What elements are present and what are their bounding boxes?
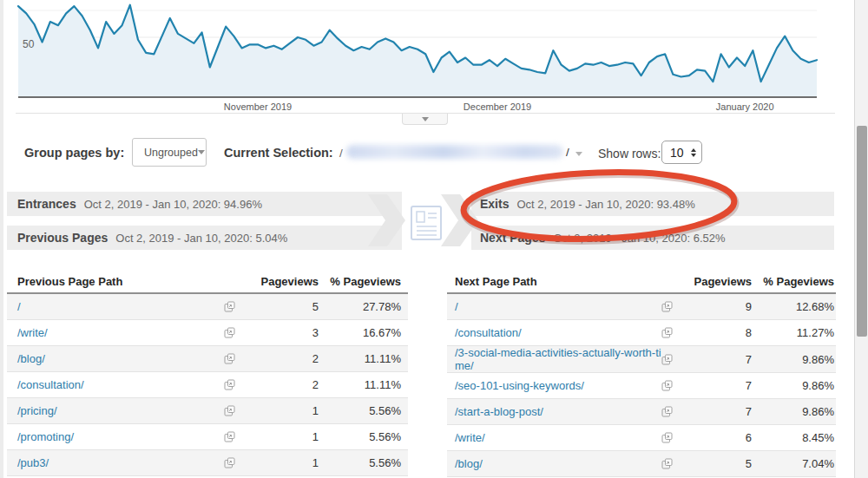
next-pages-value: Oct 2, 2019 - Jan 10, 2020: 6.52%	[553, 232, 725, 245]
pct-pageviews-value: 12.68%	[752, 300, 834, 313]
pageviews-value: 1	[260, 404, 319, 417]
next-pages-label: Next Pages	[480, 231, 545, 245]
x-axis-month-label: November 2019	[224, 101, 292, 112]
pageviews-value: 7	[693, 353, 752, 366]
page-path-link[interactable]: /blog/	[17, 352, 45, 365]
pageviews-column-header[interactable]: Pageviews	[674, 275, 752, 288]
chart-collapse-tab[interactable]	[402, 114, 448, 125]
goto-page-icon[interactable]	[224, 431, 243, 442]
current-selection-label: Current Selection:	[224, 146, 333, 160]
chevron-down-icon	[198, 150, 205, 154]
pct-pageviews-value: 8.45%	[752, 431, 834, 444]
page-path-link[interactable]: /write/	[455, 431, 485, 444]
page-path-link[interactable]: /seo-101-using-keywords/	[455, 379, 584, 392]
goto-page-icon[interactable]	[224, 457, 243, 468]
group-pages-by-label: Group pages by:	[24, 146, 124, 160]
table-row: /seo-101-using-keywords/ 7 9.86%	[447, 373, 836, 399]
current-selection-suffix: /	[566, 146, 569, 159]
page-path-link[interactable]: /3-social-media-activities-actually-wort…	[455, 346, 661, 372]
pageviews-value: 6	[693, 431, 752, 444]
pageviews-chart: 50 November 2019 December 2019 January 2…	[0, 0, 835, 114]
entrances-bar: Entrances Oct 2, 2019 - Jan 10, 2020: 94…	[7, 192, 402, 216]
x-axis-month-label: December 2019	[464, 101, 531, 112]
pageviews-value: 1	[260, 430, 319, 443]
pct-pageviews-value: 5.56%	[319, 430, 401, 443]
previous-page-path-table: Previous Page Path Pageviews % Pageviews…	[7, 271, 408, 476]
goto-page-icon[interactable]	[661, 432, 681, 443]
pct-pageviews-value: 5.56%	[319, 404, 401, 417]
pct-pageviews-value: 11.27%	[752, 326, 834, 339]
page-path-link[interactable]: /write/	[17, 326, 48, 339]
goto-page-icon[interactable]	[224, 301, 243, 312]
pageviews-value: 5	[693, 457, 752, 470]
page-document-icon	[411, 206, 441, 239]
page-path-link[interactable]: /	[17, 300, 21, 313]
table-row: /blog/ 5 7.04%	[447, 451, 836, 477]
pct-pageviews-value: 27.78%	[319, 300, 401, 313]
goto-page-icon[interactable]	[224, 379, 243, 390]
pageviews-value: 9	[693, 300, 752, 313]
y-axis-tick-label: 50	[23, 38, 35, 50]
path-column-header[interactable]: Next Page Path	[455, 275, 661, 288]
page-path-link[interactable]: /start-a-blog-post/	[455, 405, 543, 418]
pct-pageviews-value: 9.86%	[752, 405, 834, 418]
entrances-label: Entrances	[17, 197, 76, 211]
x-axis-month-label: January 2020	[716, 101, 774, 112]
current-selection-redacted-value	[346, 145, 563, 159]
page-path-link[interactable]: /	[455, 300, 458, 313]
goto-page-icon[interactable]	[661, 406, 681, 417]
goto-page-icon[interactable]	[224, 327, 243, 338]
pct-pageviews-value: 5.56%	[319, 456, 401, 469]
previous-pages-label: Previous Pages	[17, 231, 108, 245]
goto-page-icon[interactable]	[661, 327, 681, 338]
pageviews-value: 7	[693, 379, 752, 392]
goto-page-icon[interactable]	[224, 405, 243, 416]
pageviews-column-header[interactable]: Pageviews	[240, 275, 319, 288]
exits-bar: Exits Oct 2, 2019 - Jan 10, 2020: 93.48%	[471, 192, 834, 216]
pageviews-value: 2	[260, 352, 319, 365]
pageviews-value: 1	[260, 456, 319, 469]
vertical-scrollbar-thumb[interactable]	[857, 126, 867, 337]
current-selection-dropdown-icon[interactable]	[575, 152, 582, 156]
vertical-scrollbar-track[interactable]	[854, 0, 868, 478]
page-path-link[interactable]: /promoting/	[17, 430, 74, 443]
table-row: /write/ 3 16.67%	[7, 320, 408, 346]
next-pages-bar: Next Pages Oct 2, 2019 - Jan 10, 2020: 6…	[471, 226, 834, 250]
stepper-icon	[691, 148, 696, 157]
goto-page-icon[interactable]	[661, 354, 681, 365]
path-column-header[interactable]: Previous Page Path	[17, 275, 224, 288]
page-path-link[interactable]: /consultation/	[17, 378, 84, 391]
pct-pageviews-value: 16.67%	[319, 326, 401, 339]
pageviews-value: 2	[260, 378, 319, 391]
page-path-link[interactable]: /blog/	[455, 457, 483, 470]
pct-pageviews-column-header[interactable]: % Pageviews	[319, 275, 401, 288]
show-rows-select[interactable]: 10	[661, 141, 702, 164]
page-path-link[interactable]: /pricing/	[17, 404, 57, 417]
pct-pageviews-value: 11.11%	[319, 352, 401, 365]
page-path-link[interactable]: /pub3/	[17, 456, 49, 469]
pageviews-value: 7	[693, 405, 752, 418]
table-row: / 5 27.78%	[7, 294, 408, 320]
goto-page-icon[interactable]	[661, 380, 681, 391]
goto-page-icon[interactable]	[661, 458, 681, 469]
chevron-down-icon	[422, 117, 429, 121]
entrances-value: Oct 2, 2019 - Jan 10, 2020: 94.96%	[84, 198, 262, 211]
goto-page-icon[interactable]	[224, 353, 243, 364]
next-page-path-table: Next Page Path Pageviews % Pageviews / 9…	[447, 271, 836, 477]
table-row: /promoting/ 1 5.56%	[7, 424, 408, 450]
table-row: /blog/ 2 11.11%	[7, 346, 408, 372]
table-row: /write/ 6 8.45%	[447, 425, 836, 451]
group-pages-dropdown-value: Ungrouped	[144, 147, 198, 159]
goto-page-icon[interactable]	[661, 301, 681, 312]
group-pages-dropdown[interactable]: Ungrouped	[132, 138, 207, 167]
current-selection-prefix: /	[339, 147, 343, 160]
table-row: /pricing/ 1 5.56%	[7, 398, 408, 424]
pct-pageviews-value: 9.86%	[752, 379, 834, 392]
page-path-link[interactable]: /consultation/	[455, 326, 522, 339]
pct-pageviews-value: 11.11%	[319, 378, 401, 391]
pageviews-value: 8	[693, 326, 752, 339]
show-rows-value: 10	[670, 146, 691, 160]
pct-pageviews-column-header[interactable]: % Pageviews	[752, 275, 834, 288]
table-row: /pub3/ 1 5.56%	[7, 450, 408, 476]
chart-svg: 50	[0, 0, 835, 98]
